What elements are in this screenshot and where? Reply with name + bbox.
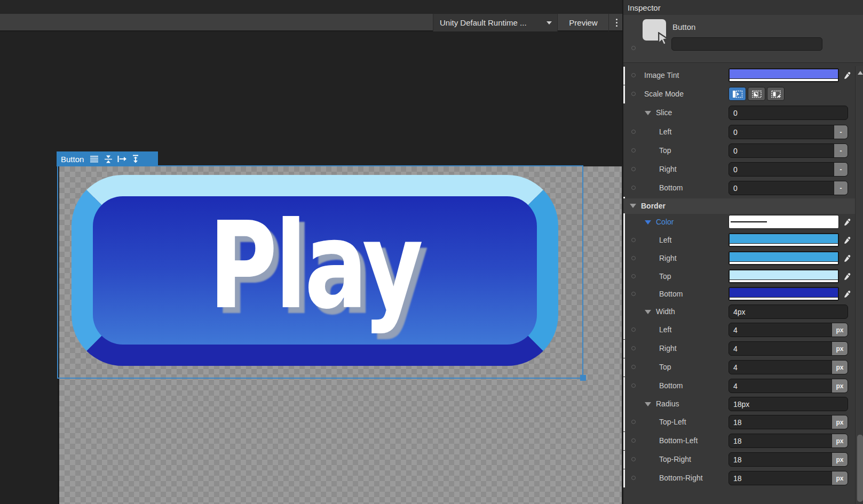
property-label-top: Top xyxy=(659,360,671,374)
bind-indicator[interactable] xyxy=(631,73,636,77)
unit-dropdown-button[interactable]: px xyxy=(832,323,848,337)
bind-indicator[interactable] xyxy=(631,438,636,443)
value-field-bottom[interactable]: 0- xyxy=(729,181,848,195)
bind-indicator[interactable] xyxy=(631,457,636,461)
unit-dropdown-button[interactable]: - xyxy=(834,181,848,195)
scale-and-crop-icon[interactable] xyxy=(748,87,765,101)
foldout-triangle-icon[interactable] xyxy=(645,111,651,115)
eyedropper-icon[interactable] xyxy=(840,215,854,229)
foldout-triangle-icon[interactable] xyxy=(645,402,651,406)
bind-indicator[interactable] xyxy=(631,92,636,96)
color-swatch-top[interactable] xyxy=(729,269,839,283)
alpha-bar xyxy=(730,280,838,282)
color-swatch-bottom[interactable] xyxy=(729,287,839,301)
bind-indicator[interactable] xyxy=(631,476,636,480)
value-field-top[interactable]: 4px xyxy=(729,360,848,374)
value-field-slice[interactable]: 0 xyxy=(729,106,848,120)
bind-indicator[interactable] xyxy=(631,130,636,134)
eyedropper-icon[interactable] xyxy=(840,251,854,265)
align-vertical-center-icon[interactable] xyxy=(104,155,113,163)
unit-dropdown-button[interactable]: px xyxy=(832,434,848,447)
value-field-right[interactable]: 4px xyxy=(729,341,848,356)
value-field-left[interactable]: 0- xyxy=(729,125,848,139)
bind-indicator[interactable] xyxy=(631,46,636,50)
unit-dropdown-button[interactable]: px xyxy=(832,415,848,429)
fill-horizontal-icon[interactable] xyxy=(117,155,127,163)
section-label: Border xyxy=(641,199,666,213)
property-label-bottom: Bottom xyxy=(659,181,683,195)
inspector-scrollbar[interactable] xyxy=(855,66,863,504)
property-label-top-right: Top-Right xyxy=(659,452,691,467)
color-swatch-right[interactable] xyxy=(729,251,839,265)
foldout-triangle-icon[interactable] xyxy=(645,310,651,314)
bind-indicator[interactable] xyxy=(631,274,636,278)
eyedropper-icon[interactable] xyxy=(840,287,854,301)
property-label-right: Right xyxy=(659,162,677,177)
inspector-element-header: Button xyxy=(623,15,863,63)
foldout-triangle-icon[interactable] xyxy=(645,220,651,225)
bind-indicator[interactable] xyxy=(631,346,636,350)
unit-dropdown-button[interactable]: px xyxy=(832,453,848,466)
bind-indicator[interactable] xyxy=(631,420,636,424)
eyedropper-icon[interactable] xyxy=(840,68,854,82)
play-button-element[interactable]: Play xyxy=(72,175,558,366)
color-swatch-image tint[interactable] xyxy=(729,68,839,82)
align-lines-icon[interactable] xyxy=(90,155,99,163)
eyedropper-icon[interactable] xyxy=(840,269,854,283)
preview-button[interactable]: Preview xyxy=(558,14,609,31)
stretch-to-fill-icon[interactable] xyxy=(729,87,746,101)
property-label-bottom-right: Bottom-Right xyxy=(659,471,703,485)
scroll-up-icon[interactable] xyxy=(858,71,863,75)
inspector-tab-title[interactable]: Inspector xyxy=(623,0,863,15)
field-value: 4 xyxy=(729,363,832,372)
override-indicator-bar xyxy=(623,451,625,469)
value-field-width[interactable]: 4px xyxy=(729,305,848,319)
window-top-strip xyxy=(0,0,622,14)
bind-indicator[interactable] xyxy=(631,148,636,153)
bind-indicator[interactable] xyxy=(631,292,636,296)
value-field-left[interactable]: 4px xyxy=(729,323,848,337)
value-field-bottom-right[interactable]: 18px xyxy=(729,471,848,485)
kebab-menu-icon[interactable] xyxy=(612,14,621,31)
unit-dropdown-button[interactable]: - xyxy=(834,125,848,139)
unit-dropdown-button[interactable]: - xyxy=(834,163,848,176)
value-field-bottom[interactable]: 4px xyxy=(729,379,848,393)
unit-dropdown-button[interactable]: px xyxy=(832,361,848,374)
resize-handle[interactable] xyxy=(580,375,586,381)
value-field-radius[interactable]: 18px xyxy=(729,397,848,411)
bind-indicator[interactable] xyxy=(631,365,636,369)
value-field-right[interactable]: 0- xyxy=(729,162,848,177)
bind-indicator[interactable] xyxy=(631,383,636,388)
section-header-border[interactable]: Border xyxy=(623,198,855,214)
scale-to-fit-icon[interactable] xyxy=(767,87,785,101)
unit-dropdown-button[interactable]: px xyxy=(832,379,848,393)
color-swatch-left[interactable] xyxy=(729,233,839,247)
bind-indicator[interactable] xyxy=(631,186,636,190)
unit-dropdown-button[interactable]: - xyxy=(834,144,848,157)
color-swatch xyxy=(730,252,838,261)
element-name-input[interactable] xyxy=(671,37,822,51)
field-value: 4px xyxy=(729,308,848,316)
foldout-triangle-icon[interactable] xyxy=(630,204,636,208)
unit-dropdown-button[interactable]: px xyxy=(832,342,848,355)
eyedropper-icon[interactable] xyxy=(840,233,854,247)
bind-indicator[interactable] xyxy=(631,327,636,332)
bind-indicator[interactable] xyxy=(631,256,636,260)
field-value: 4 xyxy=(729,382,832,390)
value-field-top-right[interactable]: 18px xyxy=(729,452,848,467)
color-swatch xyxy=(730,288,838,297)
bind-indicator[interactable] xyxy=(631,167,636,171)
value-field-top[interactable]: 0- xyxy=(729,143,848,158)
runtime-theme-dropdown[interactable]: Unity Default Runtime ... xyxy=(433,14,558,31)
property-label-top: Top xyxy=(659,143,671,158)
scrollbar-thumb[interactable] xyxy=(857,435,863,502)
override-indicator-bar xyxy=(623,67,625,85)
color-swatch xyxy=(730,270,838,279)
fill-vertical-icon[interactable] xyxy=(132,155,139,163)
selected-element-tab[interactable]: Button xyxy=(57,151,158,166)
bind-indicator[interactable] xyxy=(631,238,636,242)
value-field-top-left[interactable]: 18px xyxy=(729,415,848,429)
unit-dropdown-button[interactable]: px xyxy=(832,471,848,485)
color-swatch-color[interactable] xyxy=(729,215,839,229)
value-field-bottom-left[interactable]: 18px xyxy=(729,434,848,448)
